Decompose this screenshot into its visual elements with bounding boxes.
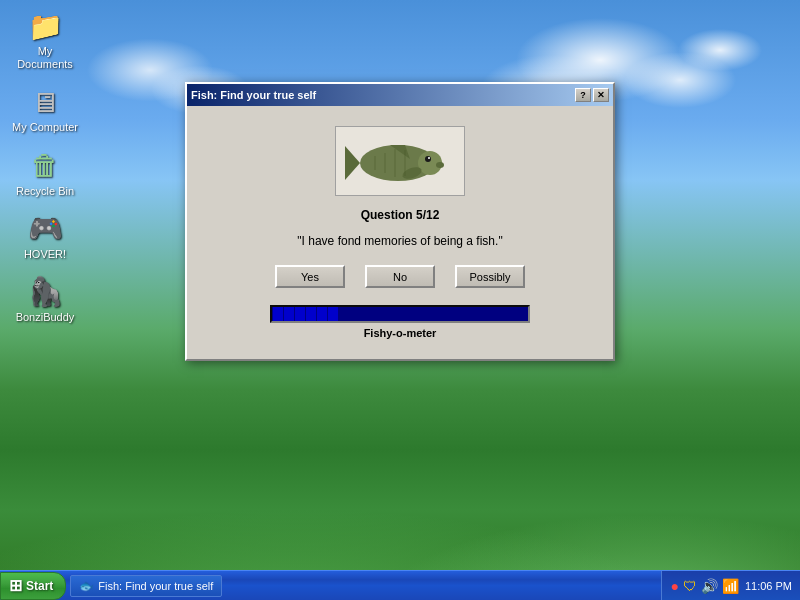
question-counter: Question 5/12: [361, 208, 440, 222]
recycle-bin-img: 🗑: [29, 150, 61, 182]
progress-segment: [295, 307, 305, 321]
desktop: 📁 My Documents 🖥 My Computer 🗑 Recycle B…: [0, 0, 800, 600]
window-controls: ? ✕: [575, 88, 609, 102]
progress-segment: [306, 307, 316, 321]
question-statement: "I have fond memories of being a fish.": [297, 234, 502, 248]
tray-icons: ● 🛡 🔊 📶: [670, 578, 738, 594]
progress-container: Fishy-o-meter: [270, 305, 530, 339]
start-logo: ⊞: [9, 576, 22, 595]
progress-segment: [284, 307, 294, 321]
progress-segment: [317, 307, 327, 321]
window-content: Question 5/12 "I have fond memories of b…: [187, 106, 613, 359]
tray-icon-4: 📶: [722, 578, 739, 594]
tray-icon-1: ●: [670, 578, 678, 594]
window-title-text: Fish: Find your true self: [191, 89, 316, 101]
system-tray: ● 🛡 🔊 📶 11:06 PM: [661, 571, 800, 600]
svg-point-5: [428, 157, 430, 159]
my-computer-label: My Computer: [12, 121, 78, 134]
no-button[interactable]: No: [365, 265, 435, 288]
close-button[interactable]: ✕: [593, 88, 609, 102]
yes-button[interactable]: Yes: [275, 265, 345, 288]
progress-bar-outer: [270, 305, 530, 323]
svg-point-3: [436, 162, 444, 168]
progress-segment: [273, 307, 283, 321]
possibly-button[interactable]: Possibly: [455, 265, 525, 288]
hover-icon[interactable]: 🎮 HOVER!: [10, 213, 80, 261]
answer-buttons: Yes No Possibly: [275, 265, 525, 288]
tray-icon-3: 🔊: [701, 578, 718, 594]
bonzibuddy-label: BonziBuddy: [16, 311, 75, 324]
taskbar-window-item[interactable]: 🐟 Fish: Find your true self: [70, 575, 222, 597]
hover-label: HOVER!: [24, 248, 66, 261]
taskbar-item-icon: 🐟: [79, 579, 94, 593]
fish-illustration: [340, 131, 460, 191]
progress-bar-inner: [272, 307, 528, 321]
my-documents-img: 📁: [29, 10, 61, 42]
recycle-bin-label: Recycle Bin: [16, 185, 74, 198]
progress-label: Fishy-o-meter: [270, 327, 530, 339]
my-documents-icon[interactable]: 📁 My Documents: [10, 10, 80, 71]
hover-img: 🎮: [29, 213, 61, 245]
taskbar-clock: 11:06 PM: [745, 580, 792, 592]
svg-marker-1: [345, 146, 360, 180]
bonzibuddy-img: 🦍: [29, 276, 61, 308]
window-title-label: Fish: Find your true self: [191, 89, 316, 101]
start-button[interactable]: ⊞ Start: [0, 572, 66, 600]
start-label: Start: [26, 579, 53, 593]
taskbar-items: 🐟 Fish: Find your true self: [66, 575, 661, 597]
tray-icon-2: 🛡: [683, 578, 697, 594]
progress-segment: [328, 307, 338, 321]
fish-image-container: [335, 126, 465, 196]
svg-point-4: [425, 156, 431, 162]
my-documents-label: My Documents: [10, 45, 80, 71]
bonzibuddy-icon[interactable]: 🦍 BonziBuddy: [10, 276, 80, 324]
window-titlebar: Fish: Find your true self ? ✕: [187, 84, 613, 106]
taskbar: ⊞ Start 🐟 Fish: Find your true self ● 🛡 …: [0, 570, 800, 600]
recycle-bin-icon[interactable]: 🗑 Recycle Bin: [10, 150, 80, 198]
help-button[interactable]: ?: [575, 88, 591, 102]
dialog-window: Fish: Find your true self ? ✕: [185, 82, 615, 361]
desktop-icon-area: 📁 My Documents 🖥 My Computer 🗑 Recycle B…: [10, 10, 80, 324]
my-computer-icon[interactable]: 🖥 My Computer: [10, 86, 80, 134]
my-computer-img: 🖥: [29, 86, 61, 118]
taskbar-item-label: Fish: Find your true self: [98, 580, 213, 592]
